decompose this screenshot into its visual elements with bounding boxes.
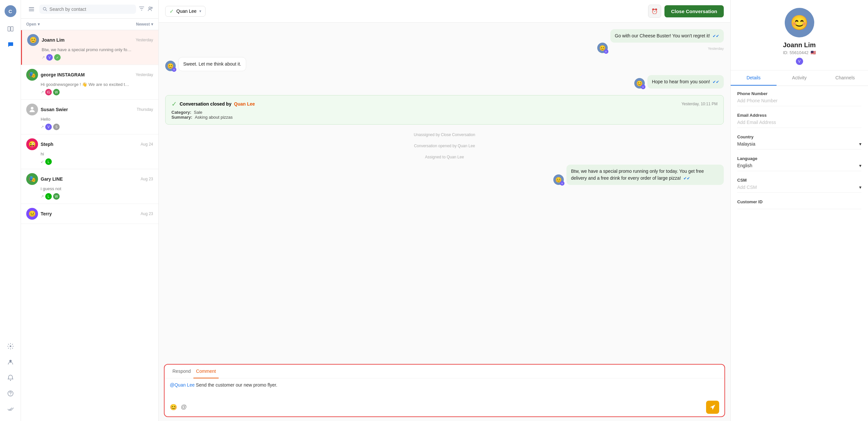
message-row: Go with our Cheese Buster! You won't reg… xyxy=(165,29,724,53)
conv-item-susan[interactable]: Susan Swier Thursday Hello ↗ V S xyxy=(21,100,158,134)
tab-activity[interactable]: Activity xyxy=(777,70,823,86)
agent-name: Quan Lee xyxy=(176,8,197,14)
agent-avatar: 😊 V xyxy=(634,78,645,89)
check-all-icon[interactable] xyxy=(4,403,17,416)
csm-label: CSM xyxy=(737,178,862,183)
viber-channel-icon[interactable]: V xyxy=(796,58,803,65)
email-address-label: Email Address xyxy=(737,113,862,118)
customer-id-value[interactable] xyxy=(737,206,862,209)
csm-value: Add CSM xyxy=(737,185,757,190)
emoji-icon[interactable]: 😊 xyxy=(170,403,177,411)
user-avatar[interactable]: C xyxy=(5,5,17,17)
csm-field: CSM Add CSM ▾ xyxy=(737,178,862,193)
country-field: Country Malaysia ▾ xyxy=(737,134,862,150)
conv-avatar: 😊 xyxy=(27,34,39,46)
reply-tabs: Respond Comment xyxy=(164,365,724,379)
tab-comment[interactable]: Comment xyxy=(193,365,219,379)
language-select[interactable]: English ▾ xyxy=(737,163,862,171)
details-section: Phone Number Add Phone Number Email Addr… xyxy=(731,86,868,214)
chat-header: ✓ Quan Lee ▾ ⏰ Close Conversation xyxy=(159,0,730,23)
conv-item-terry[interactable]: 😐 Terry Aug 23 xyxy=(21,204,158,224)
close-conversation-button[interactable]: Close Conversation xyxy=(664,5,724,18)
conv-list: 😊 Joann Lim Yesterday Btw, we have a spe… xyxy=(21,30,158,421)
svg-point-3 xyxy=(9,360,11,362)
csm-select[interactable]: Add CSM ▾ xyxy=(737,185,862,193)
search-input[interactable] xyxy=(50,6,133,12)
icon-bar: C xyxy=(0,0,21,421)
chat-main: ✓ Quan Lee ▾ ⏰ Close Conversation Go wit… xyxy=(159,0,730,421)
svg-rect-8 xyxy=(29,9,34,9)
message-bubble: Sweet. Let me think about it. xyxy=(178,57,246,71)
phone-number-field: Phone Number Add Phone Number xyxy=(737,91,862,106)
right-panel: 😊 Joann Lim ID: 55610442 🇲🇾 V Details Ac… xyxy=(730,0,868,421)
check-icon: ✓ xyxy=(54,54,61,61)
conv-item-joann-lim[interactable]: 😊 Joann Lim Yesterday Btw, we have a spe… xyxy=(21,30,158,65)
svg-rect-0 xyxy=(8,27,10,31)
svg-point-4 xyxy=(10,380,11,381)
customer-id-field: Customer ID xyxy=(737,199,862,209)
avatar-icon[interactable] xyxy=(4,355,17,368)
language-label: Language xyxy=(737,156,862,161)
contact-avatar: 😊 V xyxy=(165,61,176,71)
reply-footer-icons: 😊 @ xyxy=(170,403,187,411)
add-contact-icon[interactable] xyxy=(147,6,153,13)
chevron-down-icon: ▾ xyxy=(199,9,201,13)
message-bubble: Btw, we have a special promo running onl… xyxy=(566,164,724,185)
search-icon xyxy=(42,6,48,12)
filter-icon[interactable] xyxy=(138,6,145,13)
reply-text-content: Send the customer our new promo flyer. xyxy=(196,382,277,388)
svg-point-11 xyxy=(149,7,151,9)
conv-item-steph[interactable]: 😜 Steph Aug 24 hi ↙ L xyxy=(21,134,158,169)
agent-selector[interactable]: ✓ Quan Lee ▾ xyxy=(165,6,206,17)
search-box xyxy=(39,5,136,14)
bell-icon[interactable] xyxy=(4,371,17,384)
svg-rect-7 xyxy=(29,7,34,8)
chat-icon[interactable] xyxy=(4,38,17,51)
agent-avatar: 😊 V xyxy=(597,42,608,53)
message-row: 😊 V Sweet. Let me think about it. xyxy=(165,57,724,71)
filter-newest[interactable]: Newest ▾ xyxy=(136,22,153,27)
message-timestamp: Yesterday xyxy=(708,47,724,51)
country-label: Country xyxy=(737,134,862,139)
filter-open[interactable]: Open ▾ xyxy=(26,22,40,27)
viber-icon: V xyxy=(46,54,53,61)
closed-check-icon: ✓ xyxy=(172,100,177,108)
reply-footer: 😊 @ xyxy=(164,398,724,416)
conv-filters: Open ▾ Newest ▾ xyxy=(21,19,158,30)
reply-content-area[interactable]: @Quan Lee Send the customer our new prom… xyxy=(164,379,724,398)
conversation-closed-banner: ✓ Conversation closed by Quan Lee Yester… xyxy=(165,95,724,125)
at-mention-icon[interactable]: @ xyxy=(181,403,187,411)
send-button[interactable] xyxy=(706,401,719,414)
line-icon: L xyxy=(45,158,52,165)
message-row: Hope to hear from you soon! ✔✔ 😊 V xyxy=(165,75,724,89)
agent-avatar: 😊 V xyxy=(553,174,564,185)
help-icon[interactable] xyxy=(4,387,17,400)
language-value: English xyxy=(737,163,752,168)
tab-details[interactable]: Details xyxy=(731,70,777,86)
system-message: Conversation opened by Quan Lee xyxy=(165,144,724,148)
phone-number-label: Phone Number xyxy=(737,91,862,96)
snooze-button[interactable]: ⏰ xyxy=(648,5,661,18)
settings-icon[interactable] xyxy=(4,340,17,353)
message-row: Btw, we have a special promo running onl… xyxy=(165,164,724,185)
phone-number-value[interactable]: Add Phone Number xyxy=(737,98,862,106)
wa-icon: W xyxy=(53,89,60,95)
conv-item-george[interactable]: 🎭 george INSTAGRAM Yesterday Hi goodnews… xyxy=(21,65,158,100)
system-message: Unassigned by Close Conversation xyxy=(165,132,724,137)
collapse-icon[interactable] xyxy=(26,4,37,14)
email-address-value[interactable]: Add Email Address xyxy=(737,120,862,128)
tab-respond[interactable]: Respond xyxy=(170,365,193,379)
conv-item-gary[interactable]: 🎭 Gary LINE Aug 23 i guess not ↗ L W xyxy=(21,169,158,204)
contact-name: Joann Lim xyxy=(783,41,815,49)
mention-link: @Quan Lee xyxy=(170,382,195,388)
panel-tabs: Details Activity Channels xyxy=(731,70,868,86)
tab-channels[interactable]: Channels xyxy=(822,70,868,86)
conv-header xyxy=(21,0,158,19)
svg-rect-9 xyxy=(29,10,34,11)
sidebar-toggle-icon[interactable] xyxy=(4,22,17,35)
contact-id: ID: 55610442 🇲🇾 xyxy=(783,50,815,55)
country-select[interactable]: Malaysia ▾ xyxy=(737,141,862,150)
country-chevron-icon: ▾ xyxy=(859,141,862,147)
reply-box: Respond Comment @Quan Lee Send the custo… xyxy=(164,364,725,417)
conv-header-icons xyxy=(138,6,153,13)
